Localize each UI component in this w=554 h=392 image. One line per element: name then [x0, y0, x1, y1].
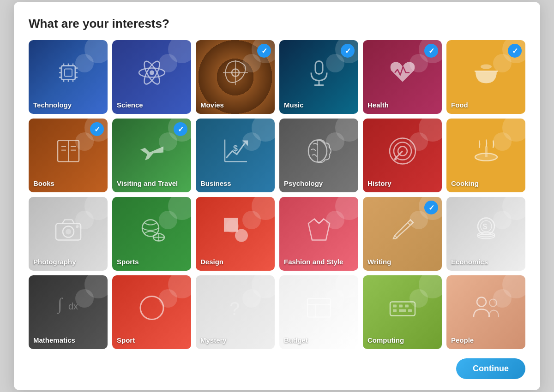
- music-icon: [303, 57, 335, 91]
- card-music[interactable]: ✓Music: [279, 40, 358, 114]
- card-math[interactable]: ∫ dx Mathematics: [29, 275, 108, 349]
- card-label-sports: Sports: [117, 258, 139, 266]
- card-label-psychology: Psychology: [284, 179, 323, 188]
- card-label-writing: Writing: [367, 258, 391, 266]
- check-badge-health: ✓: [424, 44, 438, 58]
- card-economics[interactable]: $ Economics: [446, 197, 525, 271]
- svg-point-46: [66, 229, 71, 235]
- svg-text:dx: dx: [68, 301, 78, 311]
- economics-icon: $: [470, 214, 502, 248]
- svg-rect-1: [65, 69, 72, 77]
- card-label-fashion: Fashion and Style: [284, 258, 343, 266]
- card-label-budget: Budget: [284, 336, 308, 344]
- svg-point-54: [226, 220, 239, 233]
- svg-text:$: $: [483, 223, 487, 231]
- interests-modal: What are your interests? Technology Scie…: [14, 2, 540, 390]
- card-history[interactable]: History: [363, 119, 442, 192]
- svg-text:∫: ∫: [57, 295, 63, 314]
- card-label-sport2: Sport: [117, 336, 135, 344]
- card-label-movies: Movies: [200, 101, 224, 109]
- writing-icon: [386, 214, 419, 248]
- card-visiting-travel[interactable]: ✓Visiting and Travel: [112, 119, 191, 192]
- technology-icon: [52, 57, 84, 91]
- health-icon: [386, 57, 419, 91]
- math-icon: ∫ dx: [52, 292, 84, 326]
- card-label-science: Science: [117, 101, 143, 109]
- card-label-health: Health: [367, 101, 389, 109]
- design-icon: [219, 214, 252, 248]
- svg-point-43: [475, 154, 497, 161]
- svg-rect-21: [315, 61, 323, 74]
- card-label-business: Business: [200, 179, 231, 188]
- card-label-visiting-travel: Visiting and Travel: [117, 179, 178, 188]
- card-photography[interactable]: Photography: [29, 197, 108, 271]
- svg-rect-73: [399, 305, 403, 308]
- check-badge-books: ✓: [90, 122, 104, 136]
- svg-line-55: [408, 223, 410, 226]
- svg-point-79: [489, 299, 497, 307]
- svg-point-66: [140, 297, 163, 320]
- people-icon: [470, 292, 502, 326]
- card-label-music: Music: [284, 101, 304, 109]
- card-psychology[interactable]: Psychology: [279, 119, 358, 192]
- card-people[interactable]: People: [446, 275, 525, 349]
- card-business[interactable]: $ Business: [196, 119, 275, 192]
- history-icon: [386, 135, 419, 169]
- check-badge-food: ✓: [508, 44, 522, 58]
- check-badge-music: ✓: [341, 44, 355, 58]
- card-label-keyboard: Computing: [367, 336, 404, 344]
- fashion-icon: [303, 214, 335, 248]
- card-books[interactable]: ✓Books: [29, 119, 108, 192]
- card-movies[interactable]: ✓Movies: [196, 40, 275, 114]
- svg-text:?: ?: [229, 298, 240, 319]
- card-food[interactable]: ✓Food: [446, 40, 525, 114]
- continue-button[interactable]: Continue: [456, 358, 525, 379]
- card-writing[interactable]: ✓Writing: [363, 197, 442, 271]
- card-sports[interactable]: Sports: [112, 197, 191, 271]
- card-label-design: Design: [200, 258, 223, 266]
- cooking-icon: [470, 135, 502, 169]
- card-mystery[interactable]: ? Mystery: [196, 275, 275, 349]
- card-label-technology: Technology: [33, 101, 72, 109]
- sport2-icon: [136, 292, 168, 326]
- budget-icon: [303, 292, 335, 326]
- card-budget[interactable]: Budget: [279, 275, 358, 349]
- card-label-cooking: Cooking: [451, 179, 479, 188]
- photography-icon: [52, 214, 84, 248]
- svg-rect-68: [307, 299, 331, 317]
- card-label-books: Books: [33, 179, 54, 188]
- food-icon: [470, 57, 502, 91]
- check-badge-movies: ✓: [257, 44, 271, 58]
- card-health[interactable]: ✓Health: [363, 40, 442, 114]
- sports-icon: [136, 214, 168, 248]
- svg-rect-71: [390, 302, 415, 316]
- card-sport2[interactable]: Sport: [112, 275, 191, 349]
- card-fashion[interactable]: Fashion and Style: [279, 197, 358, 271]
- card-label-mystery: Mystery: [200, 336, 227, 344]
- svg-point-78: [477, 297, 486, 307]
- psychology-icon: [303, 135, 335, 169]
- visiting-travel-icon: [136, 135, 168, 169]
- svg-rect-75: [393, 309, 397, 312]
- card-science[interactable]: Science: [112, 40, 191, 114]
- modal-title: What are your interests?: [29, 17, 525, 31]
- card-design[interactable]: Design: [196, 197, 275, 271]
- svg-point-25: [481, 65, 492, 69]
- card-label-photography: Photography: [33, 258, 76, 266]
- card-label-food: Food: [451, 101, 468, 109]
- categories-grid: Technology Science ✓Movies ✓Music ✓Healt…: [29, 40, 525, 349]
- card-label-economics: Economics: [451, 258, 488, 266]
- footer: Continue: [29, 358, 525, 379]
- check-badge-writing: ✓: [424, 201, 438, 214]
- movies-icon: [219, 57, 252, 91]
- svg-rect-74: [405, 305, 409, 308]
- svg-point-17: [150, 71, 154, 75]
- books-icon: [52, 135, 84, 169]
- science-icon: [136, 57, 168, 91]
- card-cooking[interactable]: Cooking: [446, 119, 525, 192]
- card-keyboard[interactable]: Computing: [363, 275, 442, 349]
- card-label-math: Mathematics: [33, 336, 75, 344]
- svg-rect-76: [399, 309, 406, 312]
- card-technology[interactable]: Technology: [29, 40, 108, 114]
- svg-point-53: [235, 229, 248, 242]
